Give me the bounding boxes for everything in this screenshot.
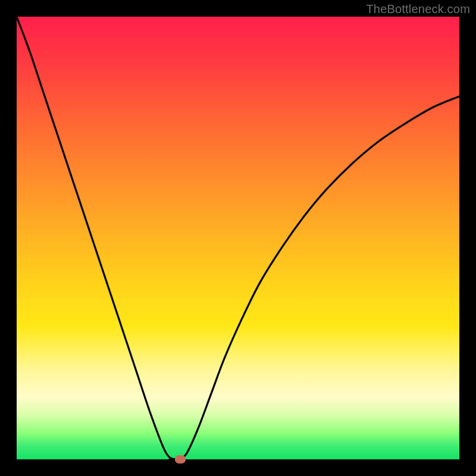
minimum-marker (175, 455, 186, 464)
plot-area (17, 17, 459, 459)
curve-right (180, 96, 459, 459)
watermark-text: TheBottleneck.com (366, 2, 470, 16)
curve-left (17, 17, 180, 459)
chart-frame: TheBottleneck.com (0, 0, 476, 476)
curve-svg (17, 17, 459, 459)
